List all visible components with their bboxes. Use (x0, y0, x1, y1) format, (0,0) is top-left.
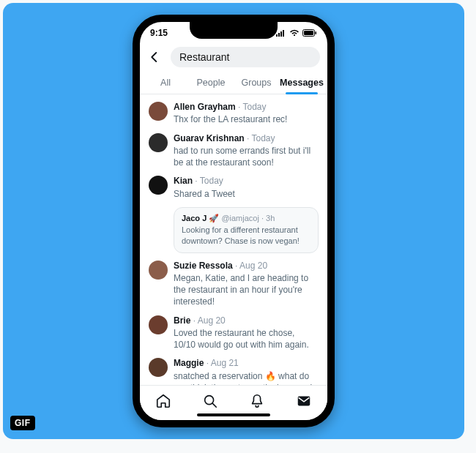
message-header: Kian · Today (174, 176, 319, 186)
message-row[interactable]: Suzie Ressola · Aug 20 Megan, Katie, and… (140, 256, 327, 311)
status-right-cluster (276, 29, 317, 37)
message-header: Allen Grayham · Today (174, 102, 319, 112)
avatar (149, 133, 168, 152)
app-screen: Restaurant All People Groups Messages Al… (140, 44, 327, 420)
battery-icon (302, 29, 317, 37)
nav-home[interactable] (155, 393, 171, 409)
svg-rect-1 (278, 33, 280, 37)
nav-notifications[interactable] (249, 393, 265, 409)
message-header: Suzie Ressola · Aug 20 (174, 261, 319, 271)
media-frame: 9:15 Restaurant All (3, 3, 464, 439)
svg-rect-2 (280, 31, 282, 37)
quoted-tweet-header: Jaco J 🚀 @iamjacoj · 3h (182, 214, 310, 223)
wifi-icon (289, 29, 300, 37)
message-time: Aug 21 (211, 358, 239, 368)
message-preview: Thx for the LA restaurant rec! (174, 113, 319, 125)
message-preview: snatched a reservation 🔥 what do you thi… (174, 370, 319, 385)
message-time: Today (200, 176, 223, 186)
message-time: Aug 20 (239, 261, 267, 271)
svg-rect-0 (276, 34, 278, 37)
sender-name: Brie (174, 315, 190, 326)
phone-notch (190, 21, 278, 39)
tab-people[interactable]: People (188, 72, 234, 94)
rocket-icon: 🚀 (209, 214, 219, 222)
messages-feed[interactable]: Allen Grayham · Today Thx for the LA res… (140, 94, 327, 385)
message-preview: had to run some errands first but i'll b… (174, 145, 319, 168)
message-preview: Shared a Tweet (174, 188, 319, 200)
search-icon (202, 393, 218, 409)
avatar (149, 176, 168, 195)
svg-rect-6 (316, 31, 317, 34)
sender-name: Allen Grayham (174, 102, 236, 112)
home-icon (155, 393, 171, 409)
quoted-handle: @iamjacoj (221, 214, 259, 222)
message-time: Aug 20 (198, 315, 226, 326)
avatar (149, 315, 168, 334)
signal-icon (276, 29, 286, 37)
message-row[interactable]: Allen Grayham · Today Thx for the LA res… (140, 97, 327, 129)
home-indicator[interactable] (197, 413, 270, 416)
sender-name: Kian (174, 176, 193, 186)
search-header: Restaurant (140, 44, 327, 72)
search-input[interactable]: Restaurant (171, 47, 320, 67)
sender-name: Guarav Krishnan (174, 133, 245, 143)
message-header: Maggie · Aug 21 (174, 358, 319, 368)
mail-icon (296, 393, 312, 409)
quoted-tweet[interactable]: Jaco J 🚀 @iamjacoj · 3h Looking for a di… (174, 207, 319, 253)
avatar (149, 102, 168, 121)
nav-messages[interactable] (296, 393, 312, 409)
message-row[interactable]: Maggie · Aug 21 snatched a reservation 🔥… (140, 353, 327, 385)
gif-badge: GIF (10, 416, 35, 430)
search-tabs: All People Groups Messages (140, 72, 327, 94)
status-time: 9:15 (150, 28, 168, 38)
message-header: Brie · Aug 20 (174, 315, 319, 326)
message-row[interactable]: Guarav Krishnan · Today had to run some … (140, 129, 327, 172)
sender-name: Maggie (174, 358, 204, 368)
avatar (149, 261, 168, 280)
svg-rect-5 (304, 31, 313, 35)
message-row[interactable]: Brie · Aug 20 Loved the restaurant he ch… (140, 311, 327, 354)
quoted-time: 3h (266, 214, 275, 222)
svg-line-8 (212, 403, 216, 407)
tab-groups[interactable]: Groups (234, 72, 279, 94)
message-header: Guarav Krishnan · Today (174, 133, 319, 143)
svg-rect-3 (283, 30, 284, 37)
quoted-author: Jaco J (182, 214, 207, 222)
message-preview: Loved the restaurant he chose, 10/10 wou… (174, 327, 319, 351)
nav-search[interactable] (202, 393, 218, 409)
chevron-left-icon (148, 50, 161, 64)
avatar (149, 358, 168, 377)
back-button[interactable] (144, 47, 165, 67)
sender-name: Suzie Ressola (174, 261, 233, 271)
quoted-text: Looking for a different restaurant downt… (182, 225, 310, 247)
tab-all[interactable]: All (143, 72, 188, 94)
phone-mockup: 9:15 Restaurant All (133, 15, 335, 427)
message-preview: Megan, Katie, and I are heading to the r… (174, 272, 319, 308)
message-time: Today (243, 102, 267, 112)
message-time: Today (252, 133, 275, 143)
bell-icon (249, 393, 265, 409)
tab-messages[interactable]: Messages (279, 72, 324, 94)
message-row[interactable]: Kian · Today Shared a Tweet (140, 171, 327, 203)
